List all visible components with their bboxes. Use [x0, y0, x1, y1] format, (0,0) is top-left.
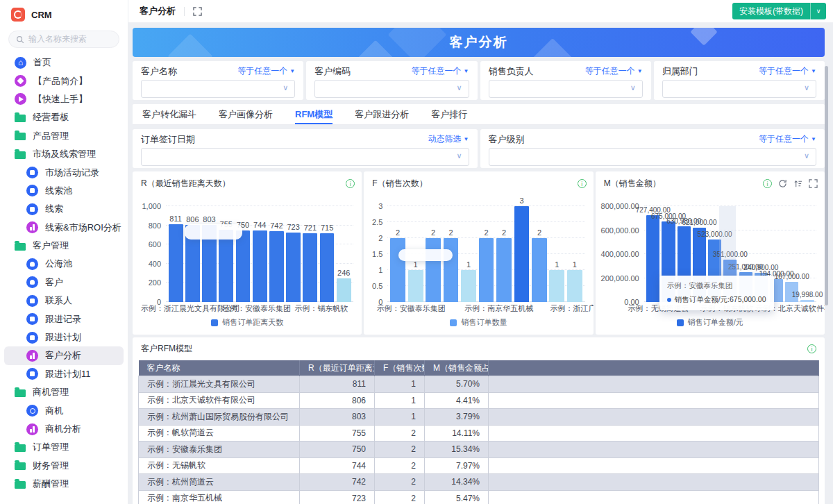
sidebar-item-市场及线索管理[interactable]: 市场及线索管理: [4, 145, 124, 163]
x-axis-tick-label: 示例：浙江广厦: [550, 303, 594, 314]
refresh-icon[interactable]: [778, 179, 787, 188]
bar[interactable]: [479, 238, 494, 302]
bar[interactable]: [169, 224, 183, 302]
y-axis-tick-label: 200: [149, 278, 161, 287]
doc-icon: [26, 313, 38, 325]
filter-operator-link[interactable]: 等于任意一个▼: [759, 134, 816, 144]
sidebar-item-客户[interactable]: 客户: [4, 274, 124, 292]
sidebar-item-跟进记录[interactable]: 跟进记录: [4, 310, 124, 328]
filter-operator-link[interactable]: 动态筛选▼: [428, 134, 469, 144]
rfm-table-card: 客户RFM模型 i 客户名称R（最近订单距离天数）F（销售次数）M（销售金额占比…: [133, 337, 825, 504]
sidebar-item-薪酬管理[interactable]: 薪酬管理: [4, 475, 124, 493]
sidebar-item-公海池[interactable]: 公海池: [4, 255, 124, 273]
tab-客户画像分析[interactable]: 客户画像分析: [219, 104, 273, 124]
bar[interactable]: [514, 206, 530, 302]
sidebar-item-经营看板[interactable]: 经营看板: [4, 108, 124, 126]
bar[interactable]: [646, 215, 659, 302]
bar[interactable]: [496, 238, 512, 302]
chart-legend[interactable]: 销售订单数量: [364, 317, 593, 328]
filter-operator-link[interactable]: 等于任意一个▼: [237, 66, 295, 76]
bar[interactable]: [567, 270, 582, 302]
sidebar-item-跟进计划[interactable]: 跟进计划: [4, 328, 124, 346]
info-icon[interactable]: i: [763, 179, 772, 188]
main-scrollbar-thumb[interactable]: [825, 66, 828, 305]
filter-operator-link[interactable]: 等于任意一个▼: [585, 66, 643, 76]
info-icon[interactable]: i: [346, 179, 355, 188]
sidebar-item-商机分析[interactable]: 商机分析: [4, 420, 124, 438]
bar[interactable]: [461, 270, 476, 302]
bar[interactable]: [236, 230, 251, 303]
banner: 客户分析: [133, 28, 825, 57]
bar-column: 715: [319, 206, 335, 302]
bar[interactable]: [320, 233, 335, 302]
table-cell: 806: [300, 392, 375, 409]
sidebar-item-label: 【快速上手】: [33, 93, 87, 106]
filter-label: 客户名称: [141, 66, 177, 76]
sidebar-item-客户分析[interactable]: 客户分析: [4, 346, 124, 364]
user-icon: [26, 276, 38, 288]
tab-客户排行[interactable]: 客户排行: [431, 104, 467, 124]
install-template-button[interactable]: 安装模板(带数据) ∨: [732, 3, 826, 19]
sidebar-item-产品管理[interactable]: 产品管理: [4, 127, 124, 145]
bar[interactable]: [390, 238, 405, 302]
sidebar-item-【产品简介】[interactable]: 【产品简介】: [4, 72, 124, 90]
sidebar-item-商机[interactable]: 商机: [4, 401, 124, 419]
sidebar-item-订单管理[interactable]: 订单管理: [4, 438, 124, 456]
chart-icon: [26, 350, 38, 362]
tab-RFM模型[interactable]: RFM模型: [295, 104, 333, 124]
sidebar-item-财务管理[interactable]: 财务管理: [4, 457, 124, 475]
bar[interactable]: [408, 270, 423, 302]
sidebar-item-label: 客户: [45, 276, 63, 289]
chart-legend[interactable]: 销售订单距离天数: [133, 317, 362, 328]
bar[interactable]: [549, 270, 564, 302]
table-row: 示例：浙江晨光文具有限公司81115.70%: [139, 376, 819, 393]
sidebar-menu: 首页【产品简介】【快速上手】经营看板产品管理市场及线索管理市场活动记录线索池线索…: [0, 53, 128, 493]
y-axis-tick-label: 1.5: [372, 250, 382, 258]
filter-select[interactable]: ∨: [141, 148, 469, 166]
bar[interactable]: [269, 231, 284, 302]
doc-icon: [26, 332, 38, 344]
tab-客户转化漏斗[interactable]: 客户转化漏斗: [142, 104, 196, 124]
sidebar-item-线索[interactable]: 线索: [4, 200, 124, 218]
expand-icon[interactable]: [809, 179, 818, 188]
y-axis-tick-label: 1: [378, 266, 382, 274]
filter-select[interactable]: ∨: [314, 80, 469, 98]
sidebar-item-客户管理[interactable]: 客户管理: [4, 237, 124, 255]
filter-select[interactable]: ∨: [489, 148, 817, 166]
chevron-down-icon[interactable]: ∨: [810, 3, 826, 19]
bar[interactable]: [303, 233, 317, 302]
fullscreen-icon[interactable]: [193, 7, 202, 16]
crm-logo-icon: [11, 8, 25, 22]
bar[interactable]: [219, 230, 233, 302]
bar[interactable]: [426, 238, 441, 302]
bar[interactable]: [253, 230, 267, 302]
filter-operator-link[interactable]: 等于任意一个▼: [412, 66, 469, 76]
sidebar-search-input[interactable]: 输入名称来搜索: [8, 31, 119, 48]
bar[interactable]: [532, 238, 547, 302]
divider: [184, 7, 185, 16]
tab-客户跟进分析[interactable]: 客户跟进分析: [355, 104, 409, 124]
sort-icon[interactable]: [793, 179, 802, 188]
chart-legend[interactable]: 销售订单金额/元: [596, 317, 825, 328]
info-icon[interactable]: i: [578, 179, 587, 188]
bar[interactable]: [337, 278, 351, 302]
sidebar-item-label: 公海池: [45, 258, 72, 270]
filter-select[interactable]: ∨: [141, 80, 295, 98]
table-cell: [489, 457, 819, 474]
banner-title: 客户分析: [450, 33, 508, 51]
sidebar-item-联系人[interactable]: 联系人: [4, 292, 124, 310]
sidebar-item-商机管理[interactable]: 商机管理: [4, 383, 124, 401]
bar[interactable]: [800, 300, 814, 302]
sidebar-item-线索&市场ROI分析[interactable]: 线索&市场ROI分析: [4, 219, 124, 237]
sidebar-item-【快速上手】[interactable]: 【快速上手】: [4, 90, 124, 108]
filter-select[interactable]: ∨: [489, 80, 643, 98]
info-icon[interactable]: i: [807, 344, 816, 353]
sidebar-item-市场活动记录[interactable]: 市场活动记录: [4, 163, 124, 181]
filter-operator-link[interactable]: 等于任意一个▼: [759, 66, 816, 76]
sidebar-item-跟进计划11[interactable]: 跟进计划11: [4, 365, 124, 383]
bar[interactable]: [444, 238, 459, 302]
filter-select[interactable]: ∨: [662, 80, 816, 98]
bar[interactable]: [286, 233, 301, 302]
sidebar-item-线索池[interactable]: 线索池: [4, 182, 124, 200]
sidebar-item-首页[interactable]: 首页: [4, 53, 124, 72]
